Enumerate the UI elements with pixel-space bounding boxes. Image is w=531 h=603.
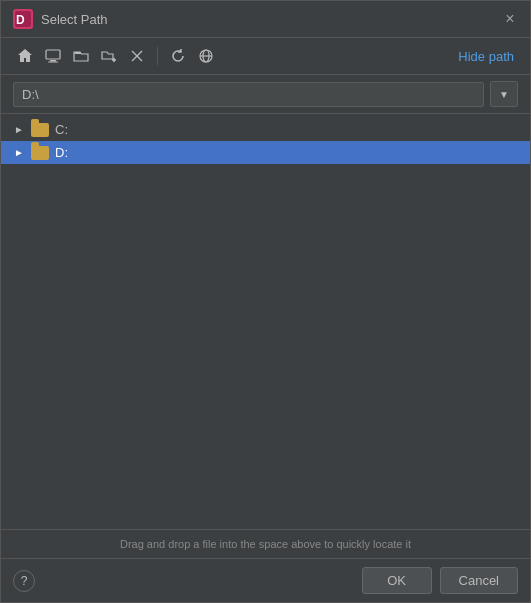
tree-item-c[interactable]: ► C: xyxy=(1,118,530,141)
network-button[interactable] xyxy=(194,44,218,68)
new-folder-button[interactable] xyxy=(97,44,121,68)
home-icon xyxy=(17,48,33,64)
delete-icon xyxy=(129,48,145,64)
dialog-title: Select Path xyxy=(41,12,494,27)
svg-rect-3 xyxy=(46,50,60,59)
hide-path-button[interactable]: Hide path xyxy=(454,47,518,66)
desktop-button[interactable] xyxy=(41,44,65,68)
path-input[interactable] xyxy=(13,82,484,107)
home-button[interactable] xyxy=(13,44,37,68)
svg-rect-5 xyxy=(48,62,58,63)
file-tree: ► C: ► D: xyxy=(1,114,530,529)
title-bar: D Select Path × xyxy=(1,1,530,38)
app-icon: D xyxy=(13,9,33,29)
status-bar: Drag and drop a file into the space abov… xyxy=(1,529,530,558)
tree-item-label-d: D: xyxy=(55,145,68,160)
folder-button[interactable] xyxy=(69,44,93,68)
path-dropdown-button[interactable]: ▼ xyxy=(490,81,518,107)
refresh-icon xyxy=(170,48,186,64)
chevron-icon-d: ► xyxy=(13,147,25,159)
select-path-dialog: D Select Path × xyxy=(0,0,531,603)
new-folder-icon xyxy=(101,48,117,64)
folder-icon-c xyxy=(31,123,49,137)
svg-text:D: D xyxy=(16,13,25,27)
desktop-icon xyxy=(45,48,61,64)
dropdown-arrow-icon: ▼ xyxy=(499,89,509,100)
toolbar-separator-1 xyxy=(157,47,158,65)
button-bar: ? OK Cancel xyxy=(1,558,530,602)
cancel-button[interactable]: Cancel xyxy=(440,567,518,594)
folder-icon-d xyxy=(31,146,49,160)
svg-rect-4 xyxy=(50,60,56,62)
refresh-button[interactable] xyxy=(166,44,190,68)
delete-button[interactable] xyxy=(125,44,149,68)
toolbar: Hide path xyxy=(1,38,530,75)
folder-icon xyxy=(73,48,89,64)
network-icon xyxy=(198,48,214,64)
path-bar: ▼ xyxy=(1,75,530,114)
help-button[interactable]: ? xyxy=(13,570,35,592)
chevron-icon-c: ► xyxy=(13,124,25,136)
status-message: Drag and drop a file into the space abov… xyxy=(120,538,411,550)
tree-item-label-c: C: xyxy=(55,122,68,137)
tree-item-d[interactable]: ► D: xyxy=(1,141,530,164)
close-button[interactable]: × xyxy=(502,11,518,27)
ok-button[interactable]: OK xyxy=(362,567,432,594)
